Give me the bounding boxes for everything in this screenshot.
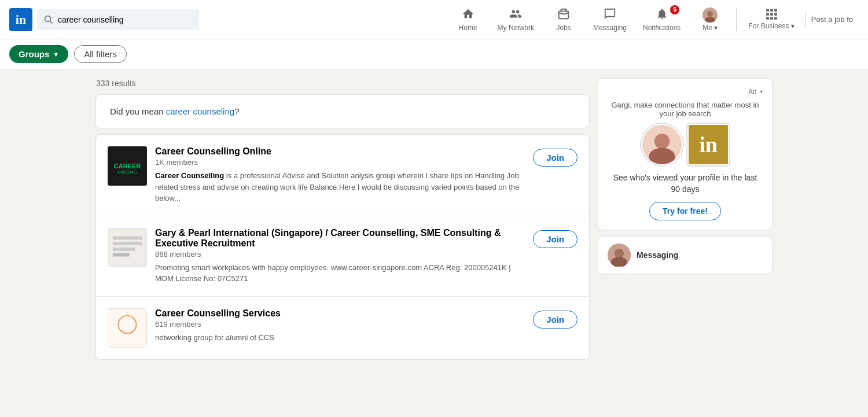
svg-rect-12 <box>113 253 130 256</box>
nav-label-notifications: Notifications <box>643 24 681 32</box>
header: in Home My Network Jobs <box>0 0 868 39</box>
ad-card: Ad • Gargi, make connections that matter… <box>598 79 772 230</box>
nav-item-me[interactable]: Me ▾ <box>690 3 730 36</box>
notifications-badge: 5 <box>670 5 679 14</box>
nav-label-home: Home <box>459 24 477 32</box>
group-logo-2 <box>108 228 147 267</box>
linkedin-logo[interactable]: in <box>9 8 32 31</box>
result-item: Gary & Pearl International (Singapore) /… <box>96 216 589 297</box>
svg-point-16 <box>654 134 670 149</box>
ad-dot-icon: • <box>760 88 763 96</box>
ad-label: Ad <box>748 88 757 96</box>
join-button-3[interactable]: Join <box>533 311 578 329</box>
filter-bar: Groups ▼ All filters <box>0 39 868 69</box>
did-you-mean-link[interactable]: career counseling <box>166 106 234 116</box>
nav-label-messaging: Messaging <box>593 24 627 32</box>
all-filters-button[interactable]: All filters <box>74 45 127 63</box>
ad-personalized-text: Gargi, make connections that matter most… <box>608 101 763 118</box>
messaging-label: Messaging <box>637 250 678 260</box>
nav-label-jobs: Jobs <box>556 24 571 32</box>
nav-label-me: Me ▾ <box>703 24 718 32</box>
svg-text:CAREER: CAREER <box>114 163 141 169</box>
svg-text:CNSLNG: CNSLNG <box>117 169 137 175</box>
home-icon <box>462 8 475 23</box>
ad-user-avatar <box>641 124 683 165</box>
avatar <box>703 8 718 23</box>
svg-point-19 <box>615 249 624 258</box>
chevron-down-icon: ▼ <box>53 51 59 58</box>
group-info-1: Career Counselling Online 1K members Car… <box>155 146 525 204</box>
group-desc-2: Promoting smart workplaces with happy em… <box>155 262 525 285</box>
group-logo-3 <box>108 308 147 348</box>
nav-item-jobs[interactable]: Jobs <box>543 3 584 36</box>
sidebar: Ad • Gargi, make connections that matter… <box>598 79 772 359</box>
search-input[interactable] <box>58 15 192 24</box>
groups-filter-button[interactable]: Groups ▼ <box>9 45 68 63</box>
group-desc-3: networking group for alumni of CCS <box>155 332 525 344</box>
grid-icon <box>766 9 777 20</box>
notifications-icon <box>656 8 668 23</box>
nav-divider <box>736 8 737 31</box>
group-info-3: Career Counselling Services 619 members … <box>155 308 525 344</box>
svg-rect-13 <box>108 309 146 347</box>
join-button-1[interactable]: Join <box>533 149 578 167</box>
nav-label-for-business: For Business ▾ <box>748 22 794 30</box>
ad-images: in <box>608 124 763 165</box>
group-desc-1: Career Counselling is a professional Adv… <box>155 170 525 204</box>
results-section: 333 results Did you mean career counseli… <box>96 79 589 359</box>
messaging-icon <box>604 8 616 23</box>
ad-description: See who's viewed your profile in the las… <box>608 172 763 195</box>
result-item: CAREERCNSLNG Career Counselling Online 1… <box>96 135 589 216</box>
nav-item-home[interactable]: Home <box>448 3 488 36</box>
nav-item-for-business[interactable]: For Business ▾ <box>742 4 800 35</box>
nav-label-my-network: My Network <box>498 24 534 32</box>
svg-point-17 <box>649 148 675 165</box>
messaging-card: Messaging <box>598 237 772 274</box>
search-icon <box>44 15 53 24</box>
group-logo-1: CAREERCNSLNG <box>108 146 147 186</box>
group-info-2: Gary & Pearl International (Singapore) /… <box>155 228 525 285</box>
join-button-2[interactable]: Join <box>533 230 578 248</box>
result-item: Career Counselling Services 619 members … <box>96 297 589 359</box>
my-network-icon <box>509 8 522 23</box>
search-bar[interactable] <box>37 9 199 30</box>
results-card: CAREERCNSLNG Career Counselling Online 1… <box>96 135 589 359</box>
svg-line-1 <box>50 21 53 23</box>
nav-item-notifications[interactable]: 5 Notifications <box>636 3 687 36</box>
messaging-avatar <box>608 243 631 267</box>
group-members-1: 1K members <box>155 158 525 167</box>
try-free-button[interactable]: Try for free! <box>649 202 721 220</box>
svg-rect-10 <box>113 242 142 245</box>
ad-header: Ad • <box>608 88 763 96</box>
group-name-1: Career Counselling Online <box>155 146 525 157</box>
svg-rect-9 <box>113 236 142 239</box>
post-job-button[interactable]: Post a job fo <box>805 10 859 28</box>
jobs-icon <box>557 8 570 23</box>
nav-bar: Home My Network Jobs Messaging 5 <box>448 3 859 36</box>
group-name-3: Career Counselling Services <box>155 308 525 319</box>
nav-item-my-network[interactable]: My Network <box>491 3 541 36</box>
nav-item-messaging[interactable]: Messaging <box>586 3 634 36</box>
results-count: 333 results <box>96 79 589 88</box>
group-name-2: Gary & Pearl International (Singapore) /… <box>155 228 525 249</box>
svg-rect-11 <box>113 248 135 251</box>
ad-linkedin-logo: in <box>687 124 729 165</box>
group-members-2: 868 members <box>155 250 525 259</box>
did-you-mean-card: Did you mean career counseling? <box>96 95 589 128</box>
main-content: 333 results Did you mean career counseli… <box>87 69 781 368</box>
group-members-3: 619 members <box>155 320 525 329</box>
svg-point-3 <box>707 11 713 17</box>
